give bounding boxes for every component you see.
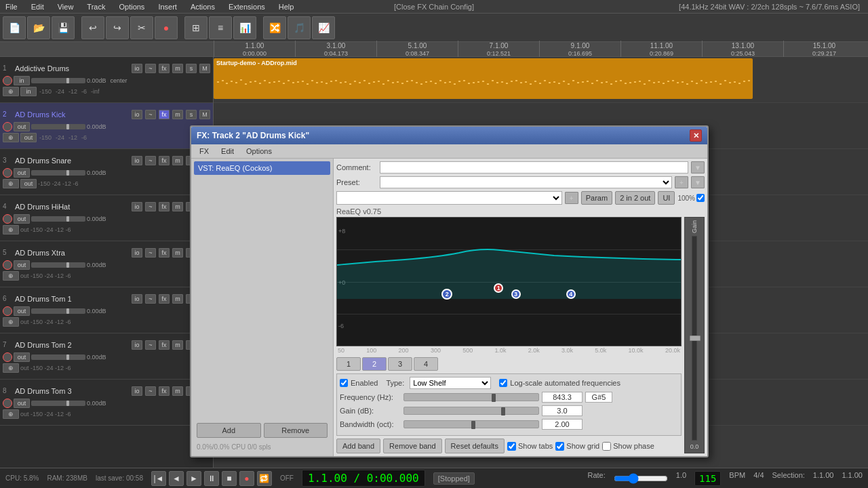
remove-band-btn[interactable]: Remove band — [383, 439, 442, 453]
track-rec-7[interactable] — [3, 352, 12, 362]
track-rec-arm-1[interactable]: in — [20, 87, 37, 96]
track-io-btn-5[interactable]: io — [132, 248, 142, 258]
fx-close-btn[interactable]: ✕ — [690, 129, 702, 142]
track-midi-btn-1[interactable]: M — [199, 64, 210, 73]
preset-add-btn[interactable]: + — [675, 176, 688, 188]
track-fx-btn-2[interactable]: fx — [159, 110, 170, 119]
eq-graph[interactable]: +8 +0 -6 2 1 3 — [336, 217, 682, 346]
freq-slider[interactable] — [403, 393, 539, 401]
new-file-btn[interactable]: 📄 — [3, 16, 26, 39]
track-vol-1[interactable] — [31, 78, 85, 83]
track-rec-6[interactable] — [3, 306, 12, 316]
undo-btn[interactable]: ↩ — [81, 16, 104, 39]
menu-extensions[interactable]: Extensions — [226, 3, 268, 11]
track-io-btn-4[interactable]: io — [132, 202, 142, 211]
track-out-3[interactable]: out — [14, 168, 30, 178]
track-env-btn-6[interactable]: ~ — [145, 294, 156, 304]
track-mute-btn-5[interactable]: m — [172, 248, 183, 258]
track-mute-btn-2[interactable]: m — [172, 110, 183, 119]
comment-input[interactable] — [380, 161, 688, 174]
cut-btn[interactable]: ✂ — [130, 16, 153, 39]
track-phase-4[interactable]: ⊕ — [3, 225, 19, 235]
track-mute-btn-6[interactable]: m — [172, 294, 183, 304]
track-env-btn-2[interactable]: ~ — [145, 110, 156, 119]
track-env-btn-8[interactable]: ~ — [145, 386, 156, 396]
preset-extra-btn[interactable]: ▼ — [691, 176, 705, 188]
track-out-label-3[interactable]: out — [20, 179, 37, 188]
param-btn[interactable]: Param — [581, 191, 612, 205]
grid-btn[interactable]: ⊞ — [184, 16, 208, 39]
metronome-btn[interactable]: 🎵 — [288, 16, 311, 39]
track-out-2[interactable]: out — [14, 122, 30, 131]
eq-node-4[interactable]: 4 — [566, 289, 576, 299]
track-rec-arm-2[interactable]: out — [20, 133, 37, 142]
track-fx-btn-8[interactable]: fx — [159, 386, 170, 396]
menu-insert[interactable]: Insert — [155, 3, 180, 11]
track-out-6[interactable]: out — [14, 306, 30, 316]
fx-remove-btn[interactable]: Remove — [264, 423, 328, 438]
track-phase-1[interactable]: ⊕ — [3, 87, 19, 96]
gain-vert-slider[interactable]: Gain 0.0 — [684, 217, 705, 453]
track-io-btn-6[interactable]: io — [132, 294, 142, 304]
track-rec-2[interactable] — [3, 122, 12, 131]
close-fx-chain[interactable]: [Close FX Chain Config] — [391, 3, 477, 11]
transport-loop[interactable]: 🔁 — [257, 471, 272, 486]
fx-add-btn[interactable]: Add — [197, 423, 261, 438]
route-btn[interactable]: 🔀 — [263, 16, 286, 39]
track-phase-7[interactable]: ⊕ — [3, 363, 19, 373]
track-vol-3[interactable] — [31, 170, 85, 176]
transport-back[interactable]: ◄ — [169, 471, 184, 486]
track-mute-btn-3[interactable]: m — [172, 156, 183, 165]
menu-edit[interactable]: Edit — [28, 3, 47, 11]
transport-play[interactable]: ► — [186, 471, 201, 486]
track-out-5[interactable]: out — [14, 260, 30, 270]
log-scale-checkbox[interactable] — [499, 379, 507, 387]
redo-btn[interactable]: ↪ — [106, 16, 129, 39]
track-out-7[interactable]: out — [14, 352, 30, 362]
save-btn[interactable]: 💾 — [52, 16, 75, 39]
track-fx-btn-1[interactable]: fx — [159, 64, 170, 73]
track-out-1[interactable]: in — [14, 76, 30, 85]
track-rec-4[interactable] — [3, 214, 12, 224]
track-rec-1[interactable] — [3, 76, 12, 85]
track-env-btn-7[interactable]: ~ — [145, 340, 156, 350]
menu-view[interactable]: View — [55, 3, 77, 11]
midi-clip-1[interactable]: Startup-demo - ADDrop.mid — [214, 58, 753, 99]
track-1[interactable]: 1 Addictive Drums io ~ fx m s M in 0.00d… — [0, 57, 213, 103]
show-phase-checkbox[interactable] — [602, 442, 611, 451]
track-vol-7[interactable] — [31, 354, 85, 360]
track-env-btn-1[interactable]: ~ — [145, 64, 156, 73]
track-2[interactable]: 2 AD Drums Kick io ~ fx m s M out 0.00dB… — [0, 103, 213, 149]
track-fx-btn-7[interactable]: fx — [159, 340, 170, 350]
enabled-checkbox[interactable] — [340, 379, 348, 387]
show-grid-label[interactable]: Show grid — [555, 442, 599, 451]
type-select[interactable]: Low Shelf High Shelf Band Low Pass High … — [410, 377, 491, 389]
track-out-4[interactable]: out — [14, 214, 30, 224]
env-btn[interactable]: 📊 — [233, 16, 256, 39]
eq-tab-4[interactable]: 4 — [414, 357, 438, 371]
show-grid-checkbox[interactable] — [555, 442, 564, 451]
transport-record[interactable]: ● — [239, 471, 254, 486]
menu-help[interactable]: Help — [276, 3, 297, 11]
add-band-btn[interactable]: Add band — [336, 439, 380, 453]
fx-toolbar-select[interactable] — [336, 191, 562, 205]
track-solo-btn-1[interactable]: s — [186, 64, 197, 73]
track-phase-2[interactable]: ⊕ — [3, 133, 19, 142]
track-env-btn-5[interactable]: ~ — [145, 248, 156, 258]
transport-stop[interactable]: ■ — [222, 471, 237, 486]
track-phase-6[interactable]: ⊕ — [3, 317, 19, 327]
track-rec-5[interactable] — [3, 260, 12, 270]
track-vol-6[interactable] — [31, 308, 85, 314]
menu-actions[interactable]: Actions — [188, 3, 218, 11]
track-6[interactable]: 6 AD Drums Tom 1 io ~ fx m s M out 0.00d… — [0, 287, 213, 333]
track-fx-btn-5[interactable]: fx — [159, 248, 170, 258]
open-btn[interactable]: 📂 — [27, 16, 50, 39]
transport-pause[interactable]: ⏸ — [204, 471, 219, 486]
eq-node-3[interactable]: 3 — [511, 289, 521, 299]
track-phase-3[interactable]: ⊕ — [3, 179, 19, 188]
fx-plugin-reaeq[interactable]: VST: ReaEQ (Cockos) — [194, 161, 330, 175]
track-env-btn-3[interactable]: ~ — [145, 156, 156, 165]
eq-tab-3[interactable]: 3 — [388, 357, 412, 371]
track-vol-8[interactable] — [31, 401, 85, 406]
toolbar-add-btn[interactable]: + — [565, 192, 578, 204]
